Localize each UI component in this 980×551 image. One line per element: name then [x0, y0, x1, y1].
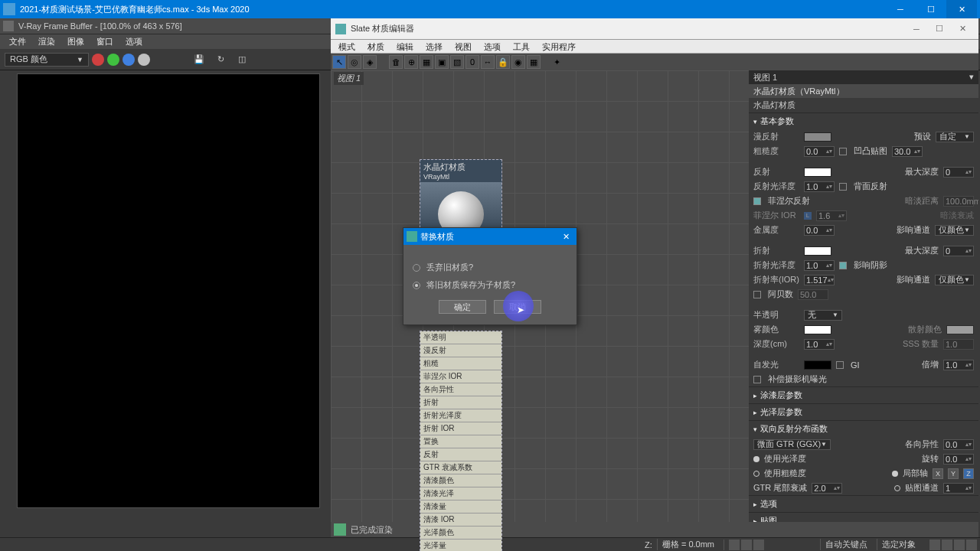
radio-discard[interactable]: 丢弃旧材质?	[413, 262, 567, 273]
color-mode-combo[interactable]: RGB 颜色▼	[5, 53, 89, 67]
self-illum-swatch[interactable]	[804, 360, 831, 370]
auto-key-button[interactable]: 自动关键点	[820, 539, 872, 550]
gi-check[interactable]	[836, 361, 844, 369]
assign-icon[interactable]: ◈	[363, 55, 377, 69]
radio-use-gloss[interactable]	[753, 456, 760, 462]
slate-menu-edit[interactable]: 编辑	[390, 40, 420, 53]
fresnel-check[interactable]	[753, 197, 761, 205]
section-brdf[interactable]: 双向反射分布函数	[749, 420, 978, 437]
ok-button[interactable]: 确定	[439, 300, 486, 314]
slate-menu-select[interactable]: 选择	[420, 40, 449, 53]
fog-swatch[interactable]	[804, 325, 831, 334]
mat-id-icon[interactable]: 0	[466, 55, 479, 69]
abbe-check[interactable]	[753, 291, 761, 298]
diffuse-swatch[interactable]	[804, 132, 831, 142]
node-slot[interactable]: 折射光泽度	[420, 409, 501, 422]
slate-maximize-button[interactable]: ☐	[928, 21, 951, 37]
prev-key-icon[interactable]	[729, 540, 740, 550]
channel-green-icon[interactable]	[107, 54, 119, 66]
node-slot[interactable]: 清漆颜色	[420, 474, 501, 487]
node-slot[interactable]: 清漆 IOR	[420, 514, 501, 527]
slate-minimize-button[interactable]: ─	[905, 21, 928, 37]
node-slot[interactable]: GTR 衰减系数	[420, 461, 501, 474]
radio-keep-sub[interactable]: 将旧材质保存为子材质?	[413, 279, 567, 291]
node-slot[interactable]: 漫反射	[420, 344, 501, 357]
view-title-dropdown[interactable]: 视图 1▾	[749, 70, 978, 84]
lock-ior-icon[interactable]: L	[804, 212, 812, 220]
slate-menu-util[interactable]: 实用程序	[536, 40, 582, 53]
refr-gloss-spinner[interactable]: 1.0▴▾	[804, 260, 835, 271]
region-icon[interactable]: ◫	[234, 52, 250, 67]
rotation-spinner[interactable]: 0.0▴▾	[943, 454, 974, 465]
slate-close-button[interactable]: ✕	[951, 21, 974, 37]
node-slot-list[interactable]: 半透明漫反射粗糙菲涅尔 IOR各向异性折射折射光泽度折射 IOR置换反射GTR …	[420, 331, 502, 551]
channel-red-icon[interactable]	[92, 54, 104, 66]
node-slot[interactable]: 半透明	[420, 331, 501, 344]
node-slot[interactable]: 菲涅尔 IOR	[420, 370, 501, 383]
mult-spinner[interactable]: 1.0▴▾	[943, 360, 974, 370]
preset-combo[interactable]: 自定▼	[936, 132, 974, 142]
node-slot[interactable]: 反射	[420, 448, 501, 461]
preview-icon[interactable]: ◉	[511, 55, 525, 69]
channel-alpha-icon[interactable]	[138, 54, 150, 66]
channel-blue-icon[interactable]	[122, 54, 135, 66]
section-options[interactable]: 选项	[749, 495, 978, 512]
back-refl-check[interactable]	[839, 183, 847, 191]
reflect-swatch[interactable]	[804, 168, 831, 177]
node-slot[interactable]: 清漆量	[420, 500, 501, 514]
axis-y-button[interactable]: Y	[948, 468, 959, 479]
maximize-button[interactable]: ☐	[916, 0, 946, 18]
layout-icon[interactable]: ▦	[420, 55, 433, 69]
slate-menu-material[interactable]: 材质	[361, 40, 390, 53]
refract-swatch[interactable]	[804, 246, 831, 256]
aniso-spinner[interactable]: 0.0▴▾	[943, 439, 974, 450]
node-slot[interactable]: 光泽量	[420, 540, 501, 551]
material-name[interactable]: 水晶灯材质	[749, 98, 978, 112]
node-slot[interactable]: 粗糙	[420, 357, 501, 370]
nav-icon[interactable]: ↔	[481, 55, 495, 69]
menu-window[interactable]: 窗口	[90, 34, 119, 49]
affect-shadow-check[interactable]	[839, 262, 847, 269]
wand-icon[interactable]: ✦	[550, 55, 564, 69]
menu-file[interactable]: 文件	[3, 34, 32, 49]
time-slider[interactable]	[724, 540, 815, 550]
compensate-check[interactable]	[753, 376, 761, 383]
slate-menu-tools[interactable]: 工具	[507, 40, 536, 53]
metalness-spinner[interactable]: 0.0▴▾	[804, 225, 835, 236]
bump-spinner[interactable]: 30.0▴▾	[892, 146, 923, 157]
node-slot[interactable]: 折射	[420, 396, 501, 409]
refl-depth-spinner[interactable]: 0▴▾	[943, 167, 974, 178]
brdf-combo[interactable]: 微面 GTR (GGX)▼	[753, 439, 831, 450]
map-ch-spinner[interactable]: 1▴▾	[943, 483, 974, 494]
nav-zoom-icon[interactable]	[942, 540, 952, 550]
show-map-icon[interactable]: ▣	[435, 55, 449, 69]
affect-combo[interactable]: 仅颜色▼	[935, 225, 974, 236]
node-slot[interactable]: 光泽颜色	[420, 527, 501, 540]
dialog-close-button[interactable]: ✕	[558, 232, 573, 242]
radio-local-axis[interactable]	[892, 471, 898, 477]
axis-x-button[interactable]: X	[933, 468, 943, 479]
move-icon[interactable]: ⊕	[404, 55, 418, 69]
nav-pan-icon[interactable]	[929, 540, 940, 550]
section-basic[interactable]: 基本参数	[749, 112, 978, 129]
save-icon[interactable]: 💾	[191, 52, 207, 67]
slate-canvas[interactable]: 视图 1 水晶灯材质 VRayMtl 半透明漫反射粗糙菲涅尔 IOR各向异性折射…	[331, 70, 749, 522]
radio-use-rough[interactable]	[753, 471, 760, 477]
slate-menu-view[interactable]: 视图	[449, 40, 478, 53]
refr-depth-spinner[interactable]: 0▴▾	[943, 246, 974, 256]
nav-max-icon[interactable]	[966, 540, 977, 550]
ior-spinner[interactable]: 1.517▴▾	[804, 275, 835, 285]
history-icon[interactable]: ↻	[213, 52, 228, 67]
close-button[interactable]: ✕	[946, 0, 977, 18]
section-maps[interactable]: 贴图	[749, 512, 978, 522]
menu-render[interactable]: 渲染	[32, 34, 61, 49]
refr-affect-combo[interactable]: 仅颜色▼	[935, 275, 974, 285]
axis-z-button[interactable]: Z	[963, 468, 974, 479]
select-tool-icon[interactable]: ↖	[332, 55, 346, 69]
node-slot[interactable]: 置换	[420, 435, 501, 448]
menu-image[interactable]: 图像	[61, 34, 90, 49]
gtr-spinner[interactable]: 2.0▴▾	[812, 483, 842, 494]
translucency-combo[interactable]: 无▼	[804, 310, 842, 321]
next-key-icon[interactable]	[753, 540, 764, 550]
radio-map-ch[interactable]	[894, 485, 900, 491]
